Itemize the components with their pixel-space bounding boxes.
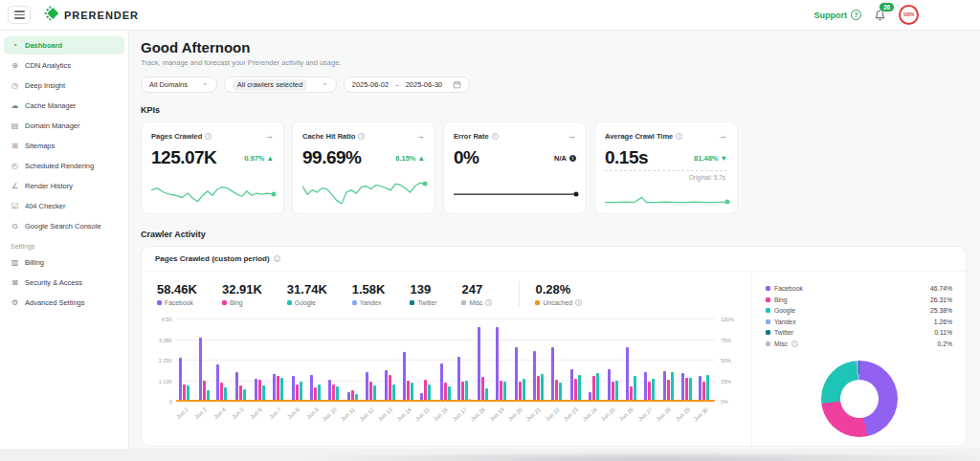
app-root: PRERENDER Support ? 26 100% ◔Dashboard⊕C… <box>0 0 980 461</box>
bar-google <box>300 382 302 402</box>
stat-block-twitter: 139Twitter <box>410 282 436 306</box>
x-tick-text: Jun 5 <box>231 406 245 420</box>
x-tick-label: Jun 18 <box>474 405 492 424</box>
sidebar-item-domain-manager[interactable]: ▤Domain Manager <box>4 117 124 135</box>
bar-group-jun-30[interactable] <box>696 319 714 402</box>
bar-group-jun-15[interactable] <box>417 319 435 402</box>
notifications-button[interactable]: 26 <box>874 9 886 22</box>
sidebar-item-dashboard[interactable]: ◔Dashboard <box>4 36 124 55</box>
bar-group-jun-28[interactable] <box>659 319 678 402</box>
date-range-picker[interactable]: 2025-06-02 → 2025-06-30 <box>344 77 470 93</box>
stat-block-facebook: 58.46KFacebook <box>157 282 197 306</box>
x-tick-text: Jun 11 <box>340 406 356 422</box>
sidebar-item-deep-insight[interactable]: ◷Deep Insight <box>4 77 124 95</box>
donut-chart[interactable] <box>821 361 898 437</box>
bar-bing <box>685 378 688 402</box>
top-header: PRERENDER Support ? 26 100% <box>0 0 980 31</box>
info-icon[interactable]: i <box>569 155 576 162</box>
sidebar-toggle-button[interactable] <box>8 6 31 24</box>
sidebar-item-google-search-console[interactable]: GGoogle Search Console <box>4 217 124 235</box>
bar-group-jun-3[interactable] <box>194 319 212 402</box>
domains-filter[interactable]: All Domains ⌄ <box>141 77 217 93</box>
info-icon[interactable]: i <box>575 299 582 306</box>
info-icon[interactable]: i <box>791 340 798 347</box>
info-icon[interactable]: i <box>205 133 212 140</box>
bar-group-jun-22[interactable] <box>547 319 566 402</box>
bar-group-jun-7[interactable] <box>269 319 287 402</box>
info-icon[interactable]: i <box>676 133 682 140</box>
bar-group-jun-13[interactable] <box>380 319 398 402</box>
support-link[interactable]: Support ? <box>814 10 862 20</box>
kpi-value-row: 99.69%6.15% ▲ <box>302 147 425 168</box>
legend-row-yandex[interactable]: Yandex1.26% <box>766 317 952 328</box>
bar-group-jun-26[interactable] <box>622 319 640 402</box>
bar-group-jun-14[interactable] <box>399 319 417 402</box>
arrow-right-icon[interactable]: → <box>568 131 576 141</box>
sidebar-item-cache-manager[interactable]: ☁Cache Manager <box>4 97 124 115</box>
sidebar-item-scheduled-rendering[interactable]: ◴Scheduled Rendering <box>4 157 124 175</box>
arrow-right-icon[interactable]: → <box>719 131 727 141</box>
legend-row-facebook[interactable]: Facebook46.74% <box>766 283 952 295</box>
sidebar-item-label: Deep Insight <box>25 81 65 90</box>
bar-bing <box>648 382 651 402</box>
arrow-right-icon[interactable]: → <box>416 131 425 141</box>
legend-dot <box>766 330 770 335</box>
bar-group-jun-10[interactable] <box>324 319 343 402</box>
bar-group-jun-27[interactable] <box>640 319 658 402</box>
bar-group-jun-9[interactable] <box>306 319 324 402</box>
sidebar-item-label: Billing <box>25 258 44 267</box>
x-tick-label: Jun 13 <box>380 405 398 424</box>
kpi-title: Average Crawl Time <box>605 132 673 141</box>
sparkline-end-dot <box>423 182 428 187</box>
legend-row-twitter[interactable]: Twitter0.11% <box>766 327 952 339</box>
bar-group-jun-12[interactable] <box>362 319 380 402</box>
bar-group-jun-21[interactable] <box>529 319 547 402</box>
legend-row-bing[interactable]: Bing26.31% <box>766 295 952 306</box>
legend-dot <box>287 300 292 305</box>
crawler-legend-panel: Facebook46.74%Bing26.31%Google25.38%Yand… <box>751 272 966 447</box>
sidebar-item-sitemaps[interactable]: ⊞Sitemaps <box>4 137 124 155</box>
date-end-value: 2025-06-30 <box>406 80 442 89</box>
bar-group-jun-25[interactable] <box>603 319 621 402</box>
arrow-right-icon[interactable]: → <box>265 131 274 141</box>
bar-group-jun-16[interactable] <box>436 319 455 402</box>
bar-group-jun-19[interactable] <box>492 319 510 402</box>
sidebar-item-label: Scheduled Rendering <box>25 162 94 170</box>
info-icon[interactable]: i <box>492 133 499 140</box>
sidebar-item-cdn-analytics[interactable]: ⊕CDN Analytics <box>4 56 124 75</box>
bar-group-jun-20[interactable] <box>510 319 528 402</box>
sidebar-item-billing[interactable]: ▥Billing <box>4 253 124 272</box>
brand-logo[interactable]: PRERENDER <box>44 6 139 25</box>
bar-group-jun-29[interactable] <box>678 319 696 402</box>
sidebar-item-advanced-settings[interactable]: ⚙Advanced Settings <box>4 294 124 312</box>
kpi-title: Error Rate <box>454 132 489 141</box>
kpi-value: 125.07K <box>151 147 216 168</box>
kpi-sparkline <box>151 180 274 205</box>
info-icon[interactable]: i <box>485 299 492 306</box>
kpi-value: 99.69% <box>302 147 361 168</box>
legend-row-misc[interactable]: Misci0.2% <box>766 339 952 350</box>
bar-group-jun-18[interactable] <box>474 319 492 402</box>
billing-icon: ▥ <box>11 258 19 267</box>
bar-plot[interactable] <box>176 319 715 402</box>
bar-group-jun-8[interactable] <box>287 319 305 402</box>
bar-group-jun-11[interactable] <box>344 319 362 402</box>
info-icon[interactable]: i <box>358 133 365 140</box>
sidebar-item-security-access[interactable]: ⊠Security & Access <box>4 274 124 292</box>
bar-group-jun-5[interactable] <box>232 319 250 402</box>
sidebar-item-404-checker[interactable]: ☑404 Checker <box>4 197 124 215</box>
usage-indicator[interactable]: 100% <box>899 5 919 25</box>
bar-group-jun-6[interactable] <box>251 319 269 402</box>
bar-group-jun-17[interactable] <box>455 319 473 402</box>
kpis-section-label: KPIs <box>141 105 967 115</box>
bar-group-jun-24[interactable] <box>585 319 603 402</box>
legend-row-google[interactable]: Google25.38% <box>766 305 952 317</box>
bar-bing <box>369 382 372 402</box>
info-icon[interactable]: i <box>274 255 280 262</box>
crawlers-filter[interactable]: All crawlers selected ⌄ <box>224 77 337 93</box>
bar-group-jun-2[interactable] <box>176 319 194 402</box>
bar-group-jun-23[interactable] <box>567 319 585 402</box>
bar-bing <box>444 383 447 402</box>
bar-group-jun-4[interactable] <box>213 319 232 402</box>
sidebar-item-render-history[interactable]: ∠Render History <box>4 177 124 195</box>
